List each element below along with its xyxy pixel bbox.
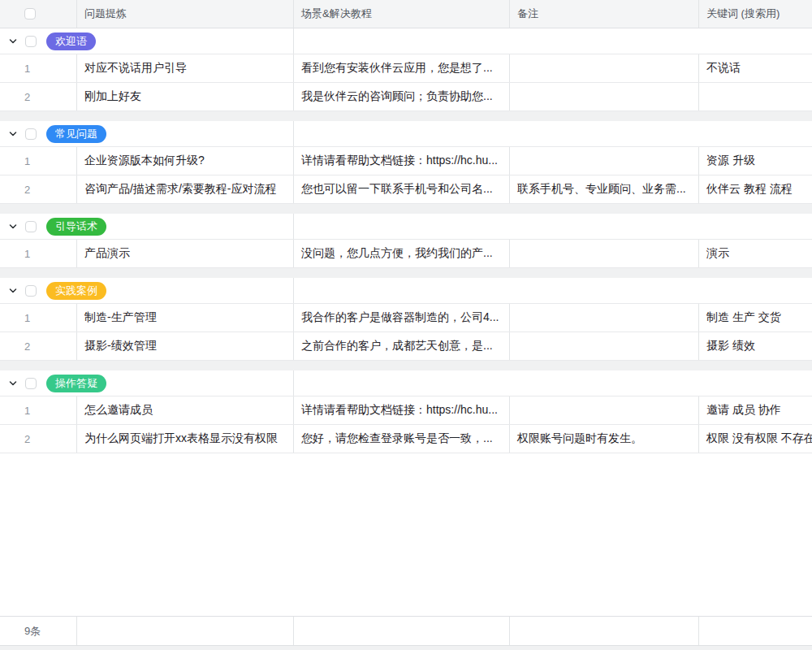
cell-note[interactable]: 联系手机号、专业顾问、业务需... [510,176,699,203]
chevron-down-icon[interactable] [8,129,18,139]
row-number: 2 [0,176,77,203]
column-header-note[interactable]: 备注 [510,0,699,28]
chevron-down-icon[interactable] [8,286,18,296]
table-row[interactable]: 1 企业资源版本如何升级? 详情请看帮助文档链接：https://hc.hu..… [0,147,812,176]
cell-keywords[interactable]: 伙伴云 教程 流程 [699,176,812,203]
cell-keywords[interactable]: 演示 [699,240,812,267]
group-header-left: 操作答疑 [0,370,294,396]
cell-note[interactable] [510,396,699,424]
group-header-right [294,214,812,239]
column-header-question[interactable]: 问题提炼 [77,0,294,28]
cell-scenario[interactable]: 详情请看帮助文档链接：https://hc.hu... [294,396,510,424]
group-header-left: 实践案例 [0,278,294,303]
cell-note[interactable] [510,240,699,267]
cell-note[interactable] [510,332,699,360]
group-gap [0,204,812,214]
group-rows: 1 产品演示 没问题，您几点方便，我约我们的产... 演示 [0,240,812,268]
table-row[interactable]: 1 怎么邀请成员 详情请看帮助文档链接：https://hc.hu... 邀请 … [0,396,812,425]
row-group: 操作答疑 1 怎么邀请成员 详情请看帮助文档链接：https://hc.hu..… [0,370,812,453]
cell-question[interactable]: 怎么邀请成员 [77,396,294,424]
table-header: 问题提炼 场景&解决教程 备注 关键词 (搜索用) [0,0,812,28]
empty-canvas [0,453,812,616]
select-all-checkbox[interactable] [24,8,36,20]
select-all-cell [0,0,77,28]
table-row[interactable]: 1 产品演示 没问题，您几点方便，我约我们的产... 演示 [0,240,812,268]
grid-table: 问题提炼 场景&解决教程 备注 关键词 (搜索用) 欢迎语 1 对应不说话用户引… [0,0,812,650]
cell-question[interactable]: 为什么网页端打开xx表格显示没有权限 [77,425,294,453]
group-badge: 欢迎语 [46,32,96,50]
cell-keywords[interactable]: 不说话 [699,54,812,82]
group-badge: 引导话术 [46,218,106,236]
group-header-right [294,278,812,303]
cell-scenario[interactable]: 您好，请您检查登录账号是否一致，... [294,425,510,453]
table-row[interactable]: 2 摄影-绩效管理 之前合作的客户，成都艺天创意，是... 摄影 绩效 [0,332,812,361]
group-header-row[interactable]: 欢迎语 [0,28,812,54]
group-checkbox[interactable] [25,378,37,389]
group-header-right [294,28,812,54]
group-header-row[interactable]: 常见问题 [0,121,812,147]
table-row[interactable]: 2 刚加上好友 我是伙伴云的咨询顾问；负责协助您... [0,83,812,111]
cell-scenario[interactable]: 详情请看帮助文档链接：https://hc.hu... [294,147,510,175]
group-checkbox[interactable] [25,285,37,297]
cell-question[interactable]: 刚加上好友 [77,83,294,110]
group-header-row[interactable]: 操作答疑 [0,370,812,396]
table-row[interactable]: 2 为什么网页端打开xx表格显示没有权限 您好，请您检查登录账号是否一致，...… [0,425,812,453]
cell-question[interactable]: 摄影-绩效管理 [77,332,294,360]
chevron-down-icon[interactable] [8,379,18,388]
group-checkbox[interactable] [25,36,37,47]
cell-scenario[interactable]: 我合作的客户是做容器制造的，公司4... [294,304,510,332]
cell-keywords[interactable]: 邀请 成员 协作 [699,396,812,424]
group-checkbox[interactable] [25,128,37,140]
group-header-row[interactable]: 引导话术 [0,214,812,240]
bottom-strip [0,646,812,650]
group-badge: 操作答疑 [46,375,106,392]
row-number: 1 [0,240,77,267]
cell-question[interactable]: 制造-生产管理 [77,304,294,332]
table-footer: 9条 [0,616,812,646]
cell-question[interactable]: 对应不说话用户引导 [77,54,294,82]
group-badge: 实践案例 [46,282,106,300]
cell-scenario[interactable]: 看到您有安装伙伴云应用，您是想了... [294,54,510,82]
row-group: 欢迎语 1 对应不说话用户引导 看到您有安装伙伴云应用，您是想了... 不说话 … [0,28,812,111]
table-row[interactable]: 2 咨询产品/描述需求/索要教程-应对流程 您也可以留一下联系手机号和公司名..… [0,176,812,204]
cell-keywords[interactable]: 摄影 绩效 [699,332,812,360]
row-number: 1 [0,54,77,82]
group-gap [0,111,812,121]
cell-keywords[interactable]: 资源 升级 [699,147,812,175]
chevron-down-icon[interactable] [8,37,18,46]
cell-question[interactable]: 产品演示 [77,240,294,267]
group-gap [0,268,812,278]
group-checkbox[interactable] [25,221,37,232]
footer-cell [77,617,294,645]
cell-note[interactable] [510,83,699,110]
cell-note[interactable]: 权限账号问题时有发生。 [510,425,699,453]
table-row[interactable]: 1 对应不说话用户引导 看到您有安装伙伴云应用，您是想了... 不说话 [0,54,812,83]
cell-note[interactable] [510,147,699,175]
cell-scenario[interactable]: 您也可以留一下联系手机号和公司名... [294,176,510,203]
footer-cell [699,617,812,645]
column-header-keywords[interactable]: 关键词 (搜索用) [699,0,812,28]
row-group: 引导话术 1 产品演示 没问题，您几点方便，我约我们的产... 演示 [0,214,812,268]
cell-keywords[interactable]: 权限 没有权限 不存在 [699,425,812,453]
cell-keywords[interactable] [699,83,812,110]
group-rows: 1 制造-生产管理 我合作的客户是做容器制造的，公司4... 制造 生产 交货 … [0,304,812,361]
row-number: 2 [0,332,77,360]
cell-scenario[interactable]: 之前合作的客户，成都艺天创意，是... [294,332,510,360]
cell-question[interactable]: 咨询产品/描述需求/索要教程-应对流程 [77,176,294,203]
cell-note[interactable] [510,54,699,82]
table-row[interactable]: 1 制造-生产管理 我合作的客户是做容器制造的，公司4... 制造 生产 交货 [0,304,812,332]
group-header-left: 引导话术 [0,214,294,239]
cell-question[interactable]: 企业资源版本如何升级? [77,147,294,175]
column-header-scenario[interactable]: 场景&解决教程 [294,0,510,28]
group-header-left: 常见问题 [0,121,294,146]
cell-scenario[interactable]: 我是伙伴云的咨询顾问；负责协助您... [294,83,510,110]
cell-note[interactable] [510,304,699,332]
groups-container: 欢迎语 1 对应不说话用户引导 看到您有安装伙伴云应用，您是想了... 不说话 … [0,28,812,453]
cell-scenario[interactable]: 没问题，您几点方便，我约我们的产... [294,240,510,267]
group-header-left: 欢迎语 [0,28,294,54]
row-group: 常见问题 1 企业资源版本如何升级? 详情请看帮助文档链接：https://hc… [0,121,812,204]
row-number: 1 [0,147,77,175]
chevron-down-icon[interactable] [8,222,18,232]
cell-keywords[interactable]: 制造 生产 交货 [699,304,812,332]
group-header-row[interactable]: 实践案例 [0,278,812,304]
